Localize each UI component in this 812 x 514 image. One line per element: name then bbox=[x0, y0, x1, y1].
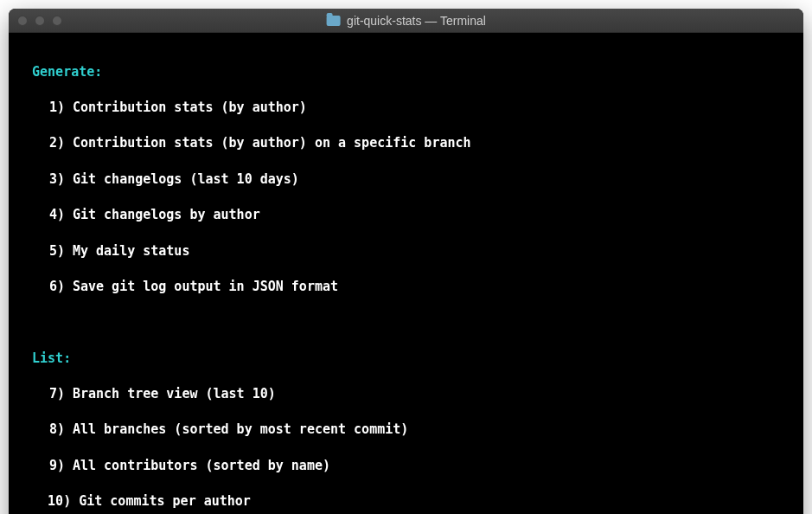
menu-num: 6) bbox=[48, 278, 65, 296]
menu-item-4[interactable]: Git changelogs by author bbox=[73, 207, 260, 222]
menu-item-2[interactable]: Contribution stats (by author) on a spec… bbox=[73, 135, 471, 151]
menu-num: 3) bbox=[48, 170, 65, 189]
titlebar: git-quick-stats — Terminal bbox=[9, 9, 803, 33]
window-title: git-quick-stats — Terminal bbox=[347, 14, 486, 28]
menu-item-6[interactable]: Save git log output in JSON format bbox=[73, 279, 338, 294]
minimize-button[interactable] bbox=[35, 16, 45, 26]
section-header-generate: Generate: bbox=[32, 64, 102, 80]
menu-item-3[interactable]: Git changelogs (last 10 days) bbox=[73, 171, 299, 187]
menu-num: 9) bbox=[48, 457, 65, 475]
menu-item-10[interactable]: Git commits per author bbox=[79, 493, 251, 509]
menu-num: 7) bbox=[48, 385, 65, 403]
menu-num: 1) bbox=[48, 99, 65, 117]
menu-num: 10) bbox=[48, 492, 71, 511]
menu-num: 4) bbox=[48, 206, 65, 224]
window-title-wrap: git-quick-stats — Terminal bbox=[326, 14, 486, 28]
section-header-list: List: bbox=[32, 350, 71, 366]
menu-item-8[interactable]: All branches (sorted by most recent comm… bbox=[73, 421, 408, 437]
terminal-window: git-quick-stats — Terminal Generate: 1) … bbox=[9, 9, 803, 514]
traffic-lights bbox=[17, 16, 62, 26]
menu-item-7[interactable]: Branch tree view (last 10) bbox=[73, 386, 276, 402]
menu-item-1[interactable]: Contribution stats (by author) bbox=[73, 100, 307, 115]
terminal-body[interactable]: Generate: 1) Contribution stats (by auth… bbox=[9, 33, 803, 514]
menu-num: 5) bbox=[48, 242, 65, 260]
maximize-button[interactable] bbox=[52, 16, 62, 26]
menu-num: 2) bbox=[48, 134, 65, 152]
close-button[interactable] bbox=[17, 16, 28, 26]
menu-item-9[interactable]: All contributors (sorted by name) bbox=[73, 458, 330, 473]
menu-num: 8) bbox=[48, 421, 65, 439]
menu-item-5[interactable]: My daily status bbox=[73, 243, 189, 259]
folder-icon bbox=[326, 16, 340, 26]
